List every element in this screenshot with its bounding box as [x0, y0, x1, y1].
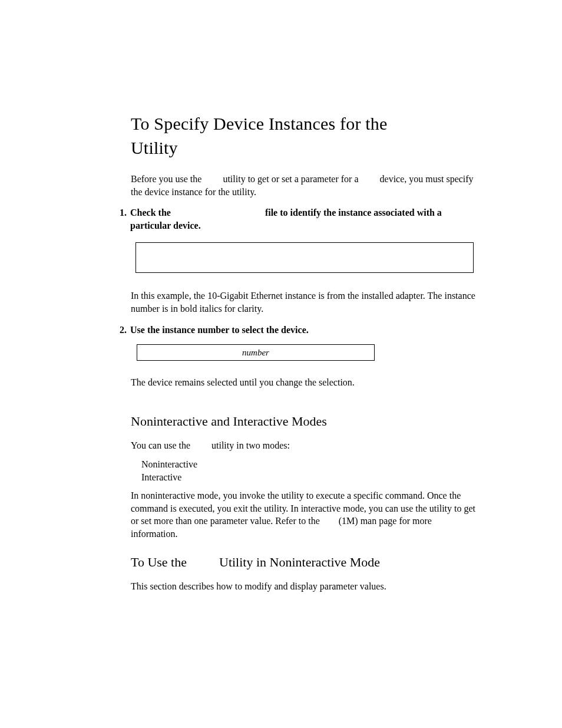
title-text-2: Utility — [131, 138, 178, 157]
mode-interactive: Interactive — [141, 471, 472, 484]
use-heading-after: Utility in Noninteractive Mode — [216, 555, 381, 569]
step-1-text-a: Check the — [130, 207, 173, 218]
step-1-blank — [173, 207, 263, 218]
modes-list: Noninteractive Interactive — [131, 458, 472, 483]
intro-text-1: Before you use the — [131, 174, 204, 184]
modes-para-blank — [322, 516, 339, 526]
modes-intro-before: You can use the — [131, 440, 193, 450]
example-paragraph: In this example, the 10-Gigabit Ethernet… — [131, 289, 478, 315]
intro-paragraph: Before you use the utility to get or set… — [131, 173, 478, 198]
step-2-body: Use the instance number to select the de… — [130, 324, 474, 337]
intro-blank-2 — [361, 174, 378, 184]
intro-text-2: utility to get or set a parameter for a — [220, 174, 361, 184]
step-1-number: 1. — [115, 206, 127, 232]
mode-noninteractive: Noninteractive — [141, 458, 472, 471]
modes-intro: You can use the utility in two modes: — [131, 439, 472, 452]
use-heading-blank — [190, 555, 216, 569]
section-heading-use: To Use the Utility in Noninteractive Mod… — [131, 554, 472, 571]
selected-paragraph: The device remains selected until you ch… — [131, 376, 472, 389]
modes-intro-blank — [193, 440, 209, 450]
step-2: 2. Use the instance number to select the… — [115, 324, 474, 337]
code-box-2-text: number — [242, 348, 269, 357]
document-page: To Specify Device Instances for the Util… — [0, 0, 562, 728]
step-1-body: Check the file to identify the instance … — [130, 206, 474, 232]
section-heading-modes: Noninteractive and Interactive Modes — [131, 413, 472, 430]
use-heading-before: To Use the — [131, 555, 190, 569]
use-paragraph: This section describes how to modify and… — [131, 580, 472, 593]
title-blank — [392, 114, 424, 133]
page-title: To Specify Device Instances for the Util… — [131, 112, 472, 160]
step-2-number: 2. — [115, 324, 127, 337]
intro-blank-1 — [204, 174, 220, 184]
title-text-1: To Specify Device Instances for the — [131, 114, 392, 133]
code-box-1 — [135, 242, 474, 273]
modes-paragraph: In noninteractive mode, you invoke the u… — [131, 489, 478, 540]
modes-intro-after: utility in two modes: — [209, 440, 290, 450]
step-1: 1. Check the file to identify the instan… — [115, 206, 474, 232]
code-box-2: number — [137, 344, 375, 361]
